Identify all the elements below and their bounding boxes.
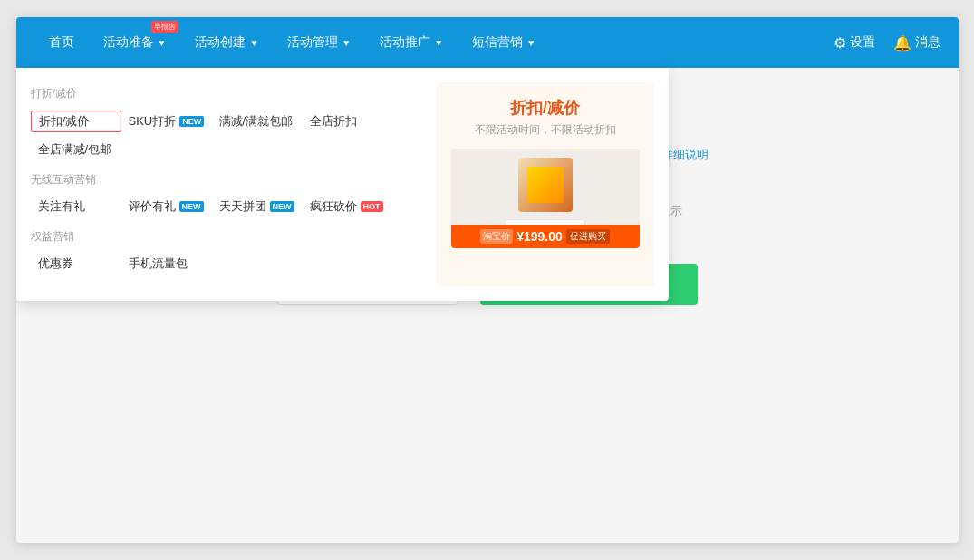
messages-button[interactable]: 🔔 消息 xyxy=(893,34,940,52)
menu-item-review[interactable]: 评价有礼 NEW xyxy=(121,197,212,217)
menu-item-coupon[interactable]: 优惠券 xyxy=(31,254,121,274)
section-title-2: 无线互动营销 xyxy=(31,172,426,188)
settings-button[interactable]: ⚙ 设置 xyxy=(834,34,875,52)
chevron-down-icon: ▼ xyxy=(434,38,443,48)
menu-item-discount[interactable]: 折扣/减价 xyxy=(31,111,121,132)
menu-item-traffic[interactable]: 手机流量包 xyxy=(121,254,212,274)
badge-hot: 早报告 xyxy=(151,21,178,33)
tag-new-review: NEW xyxy=(179,201,204,212)
nav-right: ⚙ 设置 🔔 消息 xyxy=(834,34,940,52)
promo-tag: 促进购买 xyxy=(566,229,610,244)
dropdown-panel: 打折/减价 折扣/减价 SKU打折 NEW 满减/满就包邮 全店折扣 全店满减/… xyxy=(16,68,669,301)
gear-icon: ⚙ xyxy=(834,34,846,52)
menu-item-bargain[interactable]: 疯狂砍价 HOT xyxy=(303,197,393,217)
promo-image: 价格 ¥ 399.00 淘宝价 ¥199.00 促进购买 xyxy=(451,149,640,248)
menu-item-follow[interactable]: 关注有礼 xyxy=(31,197,121,217)
nav-bar: 首页 活动准备 ▼ 早报告 活动创建 ▼ 活动管理 ▼ 活动推广 ▼ 短信营销 … xyxy=(16,17,959,68)
menu-item-sku[interactable]: SKU打折 NEW xyxy=(121,111,212,132)
chevron-down-icon: ▼ xyxy=(158,38,167,48)
menu-item-fullreduce[interactable]: 满减/满就包邮 xyxy=(212,111,303,132)
bell-icon: 🔔 xyxy=(893,34,911,52)
taobao-label: 淘宝价 xyxy=(480,229,513,244)
nav-prepare[interactable]: 活动准备 ▼ 早报告 xyxy=(89,17,181,68)
menu-item-storewide[interactable]: 全店折扣 xyxy=(303,111,393,132)
product-thumbnail xyxy=(518,158,573,212)
promo-title: 折扣/减价 xyxy=(451,97,640,119)
rights-items-row: 优惠券 手机流量包 xyxy=(31,254,426,274)
tag-new: NEW xyxy=(179,116,204,127)
product-img-inner xyxy=(527,167,564,203)
menu-item-storereduce[interactable]: 全店满减/包邮 xyxy=(31,140,121,159)
nav-manage[interactable]: 活动管理 ▼ xyxy=(273,17,365,68)
chevron-down-icon: ▼ xyxy=(342,38,351,48)
dropdown-left: 打折/减价 折扣/减价 SKU打折 NEW 满减/满就包邮 全店折扣 全店满减/… xyxy=(31,82,426,286)
promo-card: 折扣/减价 不限活动时间，不限活动折扣 价格 ¥ 399.00 淘宝价 ¥199… xyxy=(437,82,654,286)
nav-home[interactable]: 首页 xyxy=(34,17,89,68)
interactive-items-row: 关注有礼 评价有礼 NEW 天天拼团 NEW 疯狂砍价 HOT xyxy=(31,197,426,217)
nav-promote[interactable]: 活动推广 ▼ xyxy=(365,17,458,68)
section-title-3: 权益营销 xyxy=(31,229,426,245)
app-window: 首页 活动准备 ▼ 早报告 活动创建 ▼ 活动管理 ▼ 活动推广 ▼ 短信营销 … xyxy=(16,17,959,543)
chevron-down-icon: ▼ xyxy=(526,38,535,48)
discount-price-bar: 淘宝价 ¥199.00 促进购买 xyxy=(451,225,640,248)
menu-item-group[interactable]: 天天拼团 NEW xyxy=(212,197,303,217)
nav-sms[interactable]: 短信营销 ▼ xyxy=(458,17,550,68)
section-title-1: 打折/减价 xyxy=(31,86,426,101)
chevron-down-icon: ▼ xyxy=(249,38,258,48)
tag-new-group: NEW xyxy=(270,201,294,212)
tag-hot-bargain: HOT xyxy=(361,201,383,212)
product-visual: 价格 ¥ 399.00 淘宝价 ¥199.00 促进购买 xyxy=(451,149,640,248)
promo-subtitle: 不限活动时间，不限活动折扣 xyxy=(451,122,640,138)
nav-create[interactable]: 活动创建 ▼ xyxy=(180,17,273,68)
discount-items-row: 折扣/减价 SKU打折 NEW 满减/满就包邮 全店折扣 全店满减/包邮 xyxy=(31,111,426,159)
